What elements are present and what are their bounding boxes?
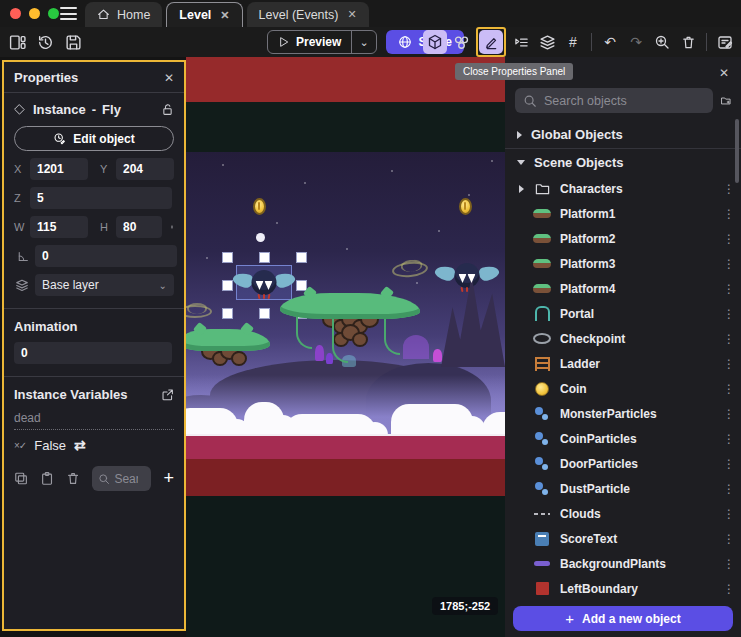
item-menu-icon[interactable]: ⋮ xyxy=(723,407,731,421)
open-in-editor-icon[interactable] xyxy=(161,388,174,401)
window-controls[interactable] xyxy=(10,8,59,19)
add-folder-icon[interactable] xyxy=(721,92,731,109)
item-menu-icon[interactable]: ⋮ xyxy=(723,557,731,571)
selection-handle[interactable] xyxy=(296,252,307,263)
toggle-value-icon[interactable]: ⇄ xyxy=(74,437,86,453)
item-menu-icon[interactable]: ⋮ xyxy=(723,532,731,546)
grid-button[interactable]: # xyxy=(561,30,585,54)
objects-search-input[interactable] xyxy=(544,94,705,108)
object-item-backgroundplants[interactable]: BackgroundPlants ⋮ xyxy=(505,551,741,576)
undo-button[interactable]: ↶ xyxy=(598,30,622,54)
edit-object-button[interactable]: Edit object xyxy=(14,126,174,151)
edit-scene-properties-button[interactable] xyxy=(713,30,737,54)
variables-search-field[interactable] xyxy=(92,466,151,491)
object-groups-button[interactable] xyxy=(449,30,473,54)
tab-level-events[interactable]: Level (Events) ✕ xyxy=(247,2,369,27)
object-item-leftboundary[interactable]: LeftBoundary ⋮ xyxy=(505,576,741,601)
item-menu-icon[interactable]: ⋮ xyxy=(723,582,731,596)
object-item-coinparticles[interactable]: CoinParticles ⋮ xyxy=(505,426,741,451)
3d-view-button[interactable] xyxy=(423,30,447,54)
item-menu-icon[interactable]: ⋮ xyxy=(723,482,731,496)
global-objects-group[interactable]: Global Objects xyxy=(505,121,741,148)
width-field[interactable] xyxy=(30,216,88,238)
paste-icon[interactable] xyxy=(40,471,54,486)
layers-button[interactable] xyxy=(535,30,559,54)
minimize-window-button[interactable] xyxy=(29,8,40,19)
preview-dropdown-icon[interactable]: ⌄ xyxy=(352,36,375,49)
lock-ratio-icon[interactable] xyxy=(170,220,174,234)
panels-layout-icon[interactable] xyxy=(9,34,26,51)
zoom-in-button[interactable] xyxy=(650,30,674,54)
selection-handle[interactable] xyxy=(259,252,270,263)
add-variable-icon[interactable]: + xyxy=(163,468,174,489)
item-menu-icon[interactable]: ⋮ xyxy=(723,182,731,196)
item-menu-icon[interactable]: ⋮ xyxy=(723,507,731,521)
item-menu-icon[interactable]: ⋮ xyxy=(723,307,731,321)
item-menu-icon[interactable]: ⋮ xyxy=(723,232,731,246)
close-window-button[interactable] xyxy=(10,8,21,19)
item-menu-icon[interactable]: ⋮ xyxy=(723,432,731,446)
coin-object[interactable] xyxy=(459,198,472,215)
object-item-platform4[interactable]: Platform4 ⋮ xyxy=(505,276,741,301)
item-menu-icon[interactable]: ⋮ xyxy=(723,382,731,396)
tab-level[interactable]: Level ✕ xyxy=(166,2,242,27)
object-item-platform1[interactable]: Platform1 ⋮ xyxy=(505,201,741,226)
history-icon[interactable] xyxy=(37,34,54,51)
object-item-platform3[interactable]: Platform3 ⋮ xyxy=(505,251,741,276)
variables-search-input[interactable] xyxy=(114,472,138,486)
object-item-dustparticle[interactable]: DustParticle ⋮ xyxy=(505,476,741,501)
variable-value[interactable]: False xyxy=(34,438,66,453)
floating-platform[interactable] xyxy=(280,293,420,383)
object-item-scoretext[interactable]: ScoreText ⋮ xyxy=(505,526,741,551)
copy-icon[interactable] xyxy=(14,471,28,486)
layer-select[interactable]: Base layer ⌄ xyxy=(35,274,174,296)
objects-search-field[interactable] xyxy=(515,88,713,113)
animation-field[interactable] xyxy=(14,342,172,364)
item-menu-icon[interactable]: ⋮ xyxy=(723,282,731,296)
item-menu-icon[interactable]: ⋮ xyxy=(723,207,731,221)
close-tab-icon[interactable]: ✕ xyxy=(347,8,356,21)
object-item-ladder[interactable]: Ladder ⋮ xyxy=(505,351,741,376)
redo-button[interactable]: ↷ xyxy=(624,30,648,54)
fly-monster[interactable] xyxy=(438,263,496,297)
zoom-window-button[interactable] xyxy=(48,8,59,19)
preview-button[interactable]: Preview ⌄ xyxy=(267,30,377,54)
object-item-doorparticles[interactable]: DoorParticles ⋮ xyxy=(505,451,741,476)
close-objects-panel-icon[interactable]: ✕ xyxy=(719,66,729,80)
scrollbar-thumb[interactable] xyxy=(735,119,739,183)
angle-field[interactable] xyxy=(35,245,177,267)
object-item-monsterparticles[interactable]: MonsterParticles ⋮ xyxy=(505,401,741,426)
object-item-clouds[interactable]: Clouds ⋮ xyxy=(505,501,741,526)
delete-variable-icon[interactable] xyxy=(66,471,80,486)
object-item-coin[interactable]: Coin ⋮ xyxy=(505,376,741,401)
object-item-characters[interactable]: Characters ⋮ xyxy=(505,176,741,201)
item-menu-icon[interactable]: ⋮ xyxy=(723,357,731,371)
item-menu-icon[interactable]: ⋮ xyxy=(723,332,731,346)
selection-handle[interactable] xyxy=(222,252,233,263)
unlock-icon[interactable] xyxy=(161,103,174,116)
add-object-button[interactable]: + Add a new object xyxy=(513,606,733,631)
height-field[interactable] xyxy=(116,216,162,238)
object-item-platform2[interactable]: Platform2 ⋮ xyxy=(505,226,741,251)
variable-name[interactable]: dead xyxy=(14,411,174,430)
selection-handle[interactable] xyxy=(222,308,233,319)
instances-list-button[interactable] xyxy=(509,30,533,54)
y-position-field[interactable] xyxy=(116,158,174,180)
save-icon[interactable] xyxy=(65,34,82,51)
item-menu-icon[interactable]: ⋮ xyxy=(723,457,731,471)
selection-handle[interactable] xyxy=(259,308,270,319)
delete-button[interactable] xyxy=(676,30,700,54)
coin-object[interactable] xyxy=(253,198,266,215)
close-panel-icon[interactable]: ✕ xyxy=(164,71,174,85)
object-item-portal[interactable]: Portal ⋮ xyxy=(505,301,741,326)
selection-handle[interactable] xyxy=(222,280,233,291)
object-item-checkpoint[interactable]: Checkpoint ⋮ xyxy=(505,326,741,351)
item-menu-icon[interactable]: ⋮ xyxy=(723,257,731,271)
scene-canvas[interactable]: 1785;-252 xyxy=(186,57,505,637)
tab-home[interactable]: Home xyxy=(85,2,162,27)
close-properties-panel-button[interactable] xyxy=(479,30,503,54)
scene-objects-group[interactable]: Scene Objects xyxy=(505,149,741,176)
menu-icon[interactable] xyxy=(60,7,77,20)
close-tab-icon[interactable]: ✕ xyxy=(220,9,229,22)
z-order-field[interactable] xyxy=(30,187,172,209)
